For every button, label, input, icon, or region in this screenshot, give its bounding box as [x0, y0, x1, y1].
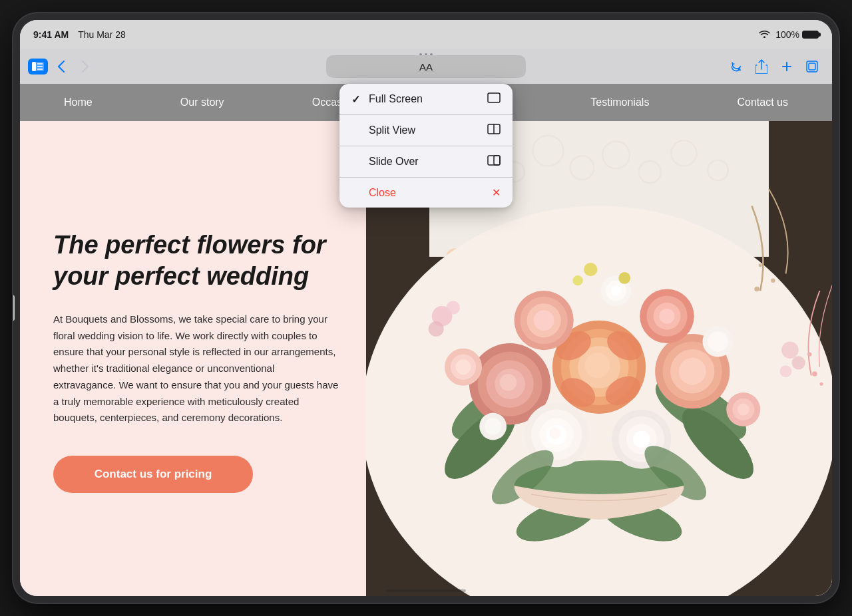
- hero-title: The perfect flowers for your perfect wed…: [53, 230, 339, 293]
- svg-point-36: [807, 352, 811, 356]
- svg-point-78: [738, 404, 749, 416]
- share-button[interactable]: [749, 55, 773, 78]
- svg-point-42: [584, 353, 610, 378]
- status-date: Thu Mar 28: [78, 29, 126, 40]
- svg-point-88: [572, 275, 582, 285]
- svg-point-59: [534, 310, 554, 331]
- reload-button[interactable]: [724, 55, 748, 78]
- side-volume-button: [13, 295, 15, 321]
- slide-over-label: Slide Over: [369, 156, 419, 168]
- browser-toolbar: AA: [20, 49, 832, 84]
- split-view-icon: [487, 124, 501, 137]
- wifi-icon: [759, 29, 770, 40]
- svg-point-72: [633, 430, 650, 448]
- hero-content: The perfect flowers for your perfect wed…: [20, 121, 366, 596]
- svg-point-87: [618, 272, 630, 284]
- svg-point-86: [584, 263, 597, 276]
- svg-point-81: [611, 285, 621, 295]
- svg-point-33: [759, 263, 762, 267]
- nav-our-story[interactable]: Our story: [170, 91, 235, 114]
- svg-point-63: [660, 309, 675, 324]
- svg-point-93: [447, 301, 460, 314]
- svg-point-34: [771, 279, 775, 283]
- svg-point-55: [679, 358, 706, 385]
- battery-percentage: 100%: [775, 29, 799, 40]
- battery-indicator: 100%: [775, 29, 819, 40]
- sidebar-toggle-button[interactable]: [28, 59, 48, 75]
- status-bar: 9:41 AM Thu Mar 28 100%: [20, 20, 832, 49]
- full-screen-option[interactable]: ✓ Full Screen: [339, 84, 513, 115]
- svg-point-37: [820, 383, 823, 386]
- svg-point-75: [456, 359, 471, 375]
- home-indicator: [386, 589, 466, 592]
- svg-point-92: [429, 321, 444, 337]
- svg-point-32: [754, 287, 759, 292]
- nav-testimonials[interactable]: Testimonials: [580, 91, 660, 114]
- full-screen-icon: [487, 92, 501, 106]
- tabs-button[interactable]: [800, 55, 824, 78]
- svg-point-68: [549, 427, 561, 439]
- full-screen-label: Full Screen: [369, 93, 423, 105]
- close-option[interactable]: Close ✕: [339, 178, 513, 208]
- back-button[interactable]: [51, 56, 72, 77]
- add-tab-button[interactable]: [775, 55, 799, 78]
- nav-home[interactable]: Home: [53, 91, 103, 114]
- close-icon: ✕: [492, 186, 501, 199]
- split-view-option[interactable]: ✓ Split View: [339, 115, 513, 146]
- address-bar[interactable]: AA: [326, 55, 526, 78]
- nav-contact-us[interactable]: Contact us: [726, 91, 798, 114]
- view-options-dropdown: ✓ Full Screen ✓ Split View: [339, 84, 513, 208]
- split-view-label: Split View: [369, 124, 415, 136]
- svg-point-95: [791, 356, 805, 369]
- svg-rect-6: [809, 63, 815, 70]
- address-text: AA: [419, 61, 433, 73]
- close-label: Close: [369, 187, 396, 199]
- svg-point-35: [812, 371, 817, 377]
- slide-over-icon: [487, 155, 501, 168]
- status-time: 9:41 AM: [33, 29, 69, 40]
- forward-button[interactable]: [75, 56, 96, 77]
- checkmark-icon: ✓: [351, 93, 362, 106]
- svg-point-85: [708, 331, 728, 352]
- svg-rect-1: [32, 62, 36, 71]
- ipad-screen: 9:41 AM Thu Mar 28 100%: [20, 20, 832, 596]
- svg-point-96: [780, 365, 792, 377]
- contact-pricing-button[interactable]: Contact us for pricing: [53, 456, 253, 493]
- slide-over-option[interactable]: ✓ Slide Over: [339, 146, 513, 178]
- svg-point-94: [781, 342, 799, 359]
- hero-description: At Bouquets and Blossoms, we take specia…: [53, 311, 339, 426]
- ipad-frame: 9:41 AM Thu Mar 28 100%: [13, 13, 839, 603]
- svg-point-51: [500, 374, 517, 391]
- svg-point-83: [485, 418, 502, 435]
- svg-rect-11: [494, 156, 500, 165]
- svg-rect-7: [488, 93, 500, 102]
